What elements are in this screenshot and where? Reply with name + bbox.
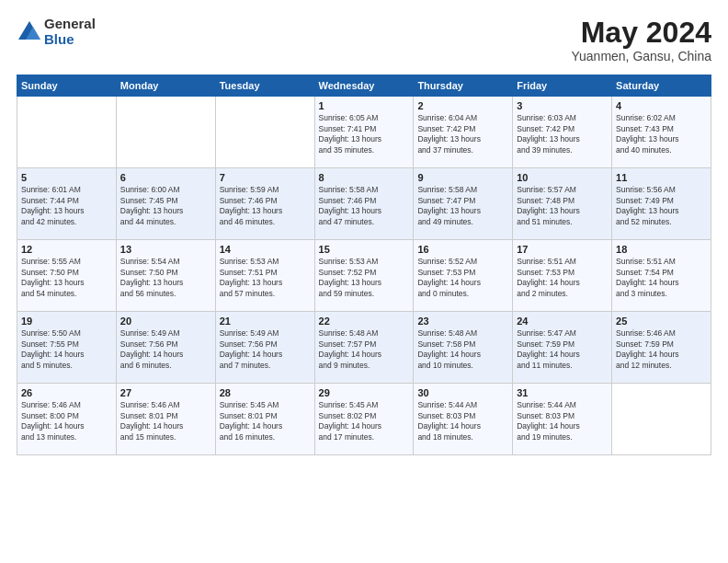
calendar-cell: 29Sunrise: 5:45 AM Sunset: 8:02 PM Dayli… bbox=[314, 384, 414, 455]
calendar-table: Sunday Monday Tuesday Wednesday Thursday… bbox=[17, 75, 711, 455]
day-info: Sunrise: 5:46 AM Sunset: 8:01 PM Dayligh… bbox=[120, 400, 211, 442]
day-info: Sunrise: 6:04 AM Sunset: 7:42 PM Dayligh… bbox=[417, 113, 508, 155]
day-number: 21 bbox=[220, 316, 311, 327]
day-info: Sunrise: 5:49 AM Sunset: 7:56 PM Dayligh… bbox=[120, 328, 211, 371]
day-number: 30 bbox=[417, 387, 508, 398]
logo-general-text: General bbox=[44, 17, 96, 32]
calendar-cell: 17Sunrise: 5:51 AM Sunset: 7:53 PM Dayli… bbox=[513, 240, 612, 312]
day-info: Sunrise: 5:54 AM Sunset: 7:50 PM Dayligh… bbox=[120, 257, 211, 299]
calendar-cell: 25Sunrise: 5:46 AM Sunset: 7:59 PM Dayli… bbox=[612, 312, 711, 384]
col-saturday: Saturday bbox=[612, 75, 711, 97]
day-info: Sunrise: 6:02 AM Sunset: 7:43 PM Dayligh… bbox=[616, 113, 707, 155]
day-number: 25 bbox=[616, 316, 707, 327]
day-info: Sunrise: 5:49 AM Sunset: 7:56 PM Dayligh… bbox=[220, 328, 311, 371]
calendar-cell bbox=[17, 97, 117, 168]
calendar-cell: 22Sunrise: 5:48 AM Sunset: 7:57 PM Dayli… bbox=[314, 312, 414, 384]
calendar-cell: 4Sunrise: 6:02 AM Sunset: 7:43 PM Daylig… bbox=[612, 97, 711, 168]
day-number: 24 bbox=[517, 316, 608, 327]
calendar-cell: 26Sunrise: 5:46 AM Sunset: 8:00 PM Dayli… bbox=[17, 384, 117, 455]
day-number: 8 bbox=[319, 172, 410, 183]
calendar-cell: 27Sunrise: 5:46 AM Sunset: 8:01 PM Dayli… bbox=[116, 384, 215, 455]
day-number: 1 bbox=[319, 100, 410, 111]
day-number: 7 bbox=[220, 172, 311, 183]
col-wednesday: Wednesday bbox=[314, 75, 414, 97]
logo-text: General Blue bbox=[44, 17, 96, 47]
day-info: Sunrise: 5:53 AM Sunset: 7:51 PM Dayligh… bbox=[220, 257, 311, 299]
calendar-title: May 2024 bbox=[571, 17, 711, 49]
title-block: May 2024 Yuanmen, Gansu, China bbox=[571, 17, 711, 63]
day-info: Sunrise: 5:48 AM Sunset: 7:57 PM Dayligh… bbox=[319, 328, 410, 371]
day-info: Sunrise: 5:44 AM Sunset: 8:03 PM Dayligh… bbox=[417, 400, 508, 442]
calendar-cell: 15Sunrise: 5:53 AM Sunset: 7:52 PM Dayli… bbox=[314, 240, 414, 312]
day-info: Sunrise: 6:03 AM Sunset: 7:42 PM Dayligh… bbox=[517, 113, 608, 155]
day-info: Sunrise: 5:48 AM Sunset: 7:58 PM Dayligh… bbox=[417, 328, 508, 371]
calendar-cell: 31Sunrise: 5:44 AM Sunset: 8:03 PM Dayli… bbox=[513, 384, 612, 455]
day-info: Sunrise: 5:51 AM Sunset: 7:53 PM Dayligh… bbox=[517, 257, 608, 299]
calendar-cell: 12Sunrise: 5:55 AM Sunset: 7:50 PM Dayli… bbox=[17, 240, 117, 312]
col-monday: Monday bbox=[116, 75, 215, 97]
day-number: 23 bbox=[417, 316, 508, 327]
day-number: 15 bbox=[319, 244, 410, 255]
calendar-page: General Blue May 2024 Yuanmen, Gansu, Ch… bbox=[0, 0, 728, 563]
calendar-cell: 13Sunrise: 5:54 AM Sunset: 7:50 PM Dayli… bbox=[116, 240, 215, 312]
day-info: Sunrise: 5:56 AM Sunset: 7:49 PM Dayligh… bbox=[616, 185, 707, 227]
calendar-cell: 7Sunrise: 5:59 AM Sunset: 7:46 PM Daylig… bbox=[215, 168, 314, 240]
day-number: 29 bbox=[319, 387, 410, 398]
day-number: 16 bbox=[417, 244, 508, 255]
day-info: Sunrise: 6:00 AM Sunset: 7:45 PM Dayligh… bbox=[120, 185, 211, 227]
day-number: 28 bbox=[220, 387, 311, 398]
day-number: 14 bbox=[220, 244, 311, 255]
calendar-cell: 2Sunrise: 6:04 AM Sunset: 7:42 PM Daylig… bbox=[414, 97, 513, 168]
calendar-cell: 30Sunrise: 5:44 AM Sunset: 8:03 PM Dayli… bbox=[414, 384, 513, 455]
day-info: Sunrise: 5:44 AM Sunset: 8:03 PM Dayligh… bbox=[517, 400, 608, 442]
day-info: Sunrise: 5:50 AM Sunset: 7:55 PM Dayligh… bbox=[21, 328, 112, 371]
header: General Blue May 2024 Yuanmen, Gansu, Ch… bbox=[17, 17, 711, 63]
day-info: Sunrise: 5:45 AM Sunset: 8:02 PM Dayligh… bbox=[319, 400, 410, 442]
calendar-cell: 24Sunrise: 5:47 AM Sunset: 7:59 PM Dayli… bbox=[513, 312, 612, 384]
col-tuesday: Tuesday bbox=[215, 75, 314, 97]
day-number: 4 bbox=[616, 100, 707, 111]
day-info: Sunrise: 5:59 AM Sunset: 7:46 PM Dayligh… bbox=[220, 185, 311, 227]
calendar-cell: 23Sunrise: 5:48 AM Sunset: 7:58 PM Dayli… bbox=[414, 312, 513, 384]
day-number: 12 bbox=[21, 244, 112, 255]
day-info: Sunrise: 5:57 AM Sunset: 7:48 PM Dayligh… bbox=[517, 185, 608, 227]
day-number: 5 bbox=[21, 172, 112, 183]
logo-icon bbox=[17, 19, 42, 45]
calendar-cell: 6Sunrise: 6:00 AM Sunset: 7:45 PM Daylig… bbox=[116, 168, 215, 240]
day-info: Sunrise: 6:01 AM Sunset: 7:44 PM Dayligh… bbox=[21, 185, 112, 227]
day-number: 31 bbox=[517, 387, 608, 398]
day-info: Sunrise: 5:58 AM Sunset: 7:47 PM Dayligh… bbox=[417, 185, 508, 227]
calendar-cell bbox=[612, 384, 711, 455]
calendar-week-4: 19Sunrise: 5:50 AM Sunset: 7:55 PM Dayli… bbox=[17, 312, 711, 384]
calendar-cell: 11Sunrise: 5:56 AM Sunset: 7:49 PM Dayli… bbox=[612, 168, 711, 240]
day-info: Sunrise: 5:46 AM Sunset: 8:00 PM Dayligh… bbox=[21, 400, 112, 442]
day-info: Sunrise: 5:46 AM Sunset: 7:59 PM Dayligh… bbox=[616, 328, 707, 371]
day-number: 27 bbox=[120, 387, 211, 398]
day-info: Sunrise: 6:05 AM Sunset: 7:41 PM Dayligh… bbox=[319, 113, 410, 155]
logo-blue-text: Blue bbox=[44, 32, 96, 48]
calendar-week-1: 1Sunrise: 6:05 AM Sunset: 7:41 PM Daylig… bbox=[17, 97, 711, 168]
calendar-cell bbox=[116, 97, 215, 168]
calendar-cell bbox=[215, 97, 314, 168]
logo: General Blue bbox=[17, 17, 96, 47]
day-number: 22 bbox=[319, 316, 410, 327]
day-number: 10 bbox=[517, 172, 608, 183]
day-number: 2 bbox=[417, 100, 508, 111]
calendar-cell: 10Sunrise: 5:57 AM Sunset: 7:48 PM Dayli… bbox=[513, 168, 612, 240]
day-info: Sunrise: 5:58 AM Sunset: 7:46 PM Dayligh… bbox=[319, 185, 410, 227]
day-info: Sunrise: 5:53 AM Sunset: 7:52 PM Dayligh… bbox=[319, 257, 410, 299]
day-info: Sunrise: 5:55 AM Sunset: 7:50 PM Dayligh… bbox=[21, 257, 112, 299]
calendar-cell: 14Sunrise: 5:53 AM Sunset: 7:51 PM Dayli… bbox=[215, 240, 314, 312]
calendar-cell: 1Sunrise: 6:05 AM Sunset: 7:41 PM Daylig… bbox=[314, 97, 414, 168]
calendar-cell: 16Sunrise: 5:52 AM Sunset: 7:53 PM Dayli… bbox=[414, 240, 513, 312]
day-number: 26 bbox=[21, 387, 112, 398]
calendar-cell: 19Sunrise: 5:50 AM Sunset: 7:55 PM Dayli… bbox=[17, 312, 117, 384]
calendar-cell: 20Sunrise: 5:49 AM Sunset: 7:56 PM Dayli… bbox=[116, 312, 215, 384]
day-info: Sunrise: 5:51 AM Sunset: 7:54 PM Dayligh… bbox=[616, 257, 707, 299]
day-info: Sunrise: 5:47 AM Sunset: 7:59 PM Dayligh… bbox=[517, 328, 608, 371]
calendar-cell: 8Sunrise: 5:58 AM Sunset: 7:46 PM Daylig… bbox=[314, 168, 414, 240]
day-number: 11 bbox=[616, 172, 707, 183]
calendar-week-3: 12Sunrise: 5:55 AM Sunset: 7:50 PM Dayli… bbox=[17, 240, 711, 312]
day-number: 3 bbox=[517, 100, 608, 111]
calendar-cell: 3Sunrise: 6:03 AM Sunset: 7:42 PM Daylig… bbox=[513, 97, 612, 168]
